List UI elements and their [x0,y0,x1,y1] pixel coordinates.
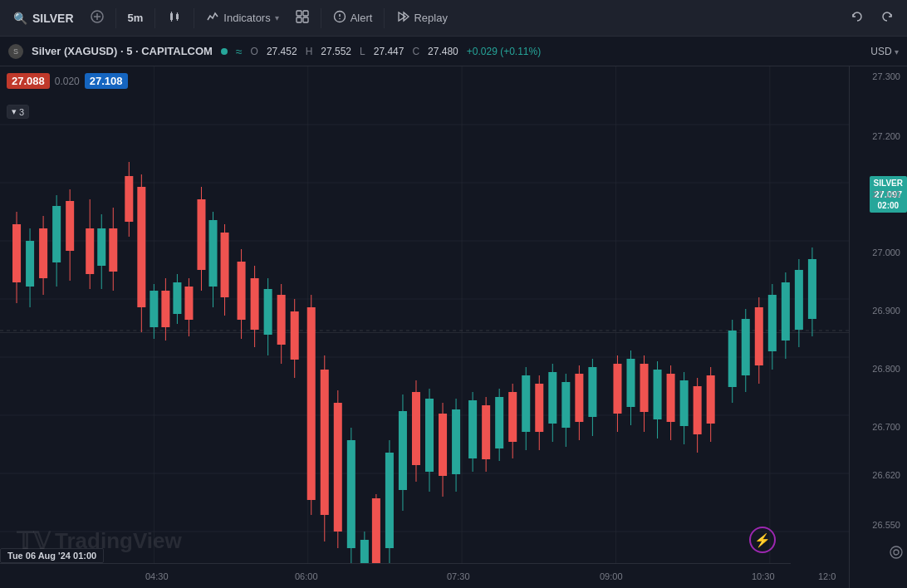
svg-rect-119 [588,367,596,417]
svg-rect-147 [795,270,803,330]
layout-icon [296,10,309,26]
svg-rect-145 [782,282,790,341]
alert-button[interactable]: Alert [326,7,380,29]
currency-selector[interactable]: USD ▾ [870,46,899,57]
price-tick-27100: 27.100 [872,189,904,199]
chart-title: Silver (XAGUSD) · 5 · CAPITALCOM [32,45,213,57]
svg-rect-65 [66,201,74,251]
indicators-label: Indicators [223,12,270,24]
svg-rect-53 [208,220,217,287]
replay-icon [396,10,409,26]
svg-rect-51 [197,199,205,270]
indicators-icon [206,10,219,26]
svg-rect-91 [399,411,407,490]
candle-icon [167,9,182,27]
search-icon: 🔍 [13,12,27,25]
svg-rect-71 [264,289,272,335]
chart-main[interactable]: 27.088 0.020 27.108 ▾ 3 [0,66,849,588]
svg-rect-33 [86,228,94,274]
svg-rect-101 [468,400,477,458]
svg-rect-149 [808,259,816,319]
svg-rect-79 [321,370,329,515]
interval-selector[interactable]: 5m [121,8,150,27]
svg-rect-125 [640,364,649,412]
svg-point-151 [894,550,899,555]
svg-rect-45 [161,291,169,327]
svg-rect-99 [452,409,460,474]
svg-rect-93 [412,392,420,465]
svg-rect-109 [522,375,530,432]
ohlc-close-val: 27.480 [428,46,458,57]
svg-rect-95 [425,399,434,472]
currency-chevron: ▾ [895,47,899,56]
alert-label: Alert [351,12,373,24]
svg-rect-9 [297,11,302,16]
time-label-1200: 12:0 [818,571,836,581]
svg-rect-77 [307,307,316,500]
chart-type-button[interactable] [160,6,189,30]
svg-rect-129 [667,374,675,422]
price-tick-26900: 26.900 [872,306,904,316]
live-dot [221,48,228,55]
candlestick-chart[interactable] [0,66,849,588]
undo-button[interactable] [844,7,870,29]
divider-2 [154,8,155,28]
lightning-button[interactable]: ⚡ [749,527,776,553]
redo-icon [880,10,894,26]
svg-rect-137 [728,331,737,387]
svg-rect-131 [680,380,689,426]
svg-rect-83 [347,440,355,548]
indicators-button[interactable]: Indicators ▾ [199,7,285,29]
svg-rect-39 [125,176,133,222]
svg-rect-135 [707,375,715,424]
svg-rect-81 [334,403,342,532]
svg-rect-127 [654,370,662,419]
svg-rect-123 [626,359,635,407]
svg-rect-141 [755,307,763,365]
replay-button[interactable]: Replay [390,7,454,29]
symbol-icon: S [8,44,23,59]
symbol-selector[interactable]: 🔍 SILVER [7,8,81,28]
layout-button[interactable] [289,7,316,29]
svg-rect-103 [482,405,490,459]
ohlc-high-val: 27.552 [321,46,351,57]
svg-rect-59 [26,241,34,287]
wave-icon: ≈ [236,45,243,58]
ohlc-high: H [306,46,313,57]
redo-button[interactable] [874,7,900,29]
chart-settings-button[interactable] [889,545,904,561]
add-symbol-button[interactable] [84,7,110,29]
price-tick-26700: 26.700 [872,422,904,432]
divider-5 [384,8,385,28]
svg-rect-89 [385,453,394,548]
svg-rect-63 [52,206,61,262]
svg-rect-75 [291,311,299,360]
divider-4 [321,8,321,28]
divider-3 [194,8,194,28]
time-label-0600: 06:00 [295,571,318,581]
svg-rect-111 [535,384,543,432]
timestamp-bar: Tue 06 Aug '24 01:00 [0,548,104,563]
svg-rect-57 [12,224,21,282]
svg-rect-10 [303,11,308,16]
price-tick-26800: 26.800 [872,364,904,374]
time-label-0430: 04:30 [145,571,169,581]
svg-rect-37 [109,228,117,272]
ohlc-change: +0.029 (+0.11%) [467,46,541,57]
ohlc-close: C [412,46,419,57]
svg-rect-35 [97,228,105,266]
time-label-0730: 07:30 [447,571,470,581]
svg-rect-11 [297,17,302,22]
ohlc-low-val: 27.447 [374,46,404,57]
indicators-chevron: ▾ [275,13,279,22]
silver-badge-time: 02:00 [878,200,900,211]
svg-rect-97 [439,414,447,476]
plus-icon [91,10,104,26]
time-label-0900: 09:00 [600,571,623,581]
main-toolbar: 🔍 SILVER 5m [0,0,907,37]
ohlc-low: L [360,46,365,57]
price-tick-26620: 26.620 [872,470,904,480]
symbol-label: SILVER [32,12,74,25]
svg-rect-143 [768,295,777,351]
price-tick-27300: 27.300 [872,71,904,81]
